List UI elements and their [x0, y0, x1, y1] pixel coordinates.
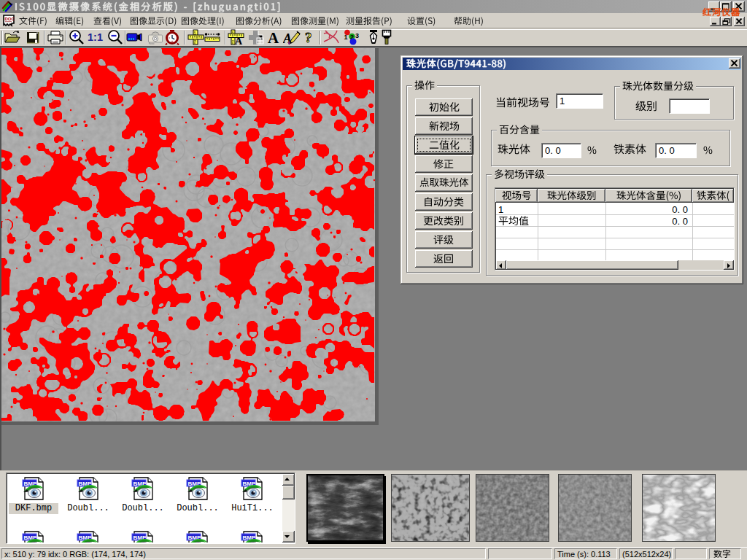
svg-text:DOC: DOC: [5, 17, 15, 21]
svg-text:A: A: [268, 29, 279, 45]
svg-text:1:1: 1:1: [88, 31, 103, 43]
svg-text:3: 3: [355, 32, 359, 39]
svg-text:A: A: [235, 36, 243, 46]
svg-text:1: 1: [344, 34, 348, 41]
svg-text:?: ?: [305, 30, 312, 45]
